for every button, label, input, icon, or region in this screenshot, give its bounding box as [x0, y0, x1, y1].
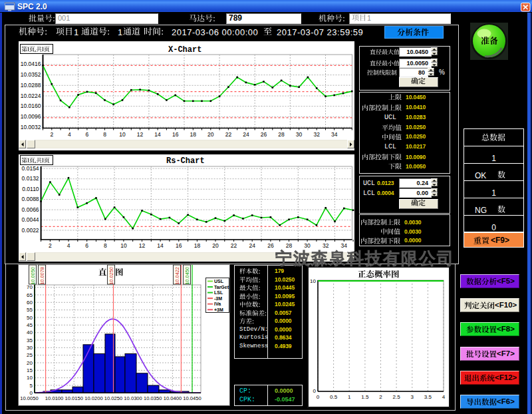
svg-text:0: 0	[313, 388, 317, 394]
svg-text:0: 0	[317, 394, 320, 400]
svg-text:1: 1	[348, 394, 351, 400]
svg-text:4: 4	[442, 394, 446, 400]
svg-text:3.5: 3.5	[424, 394, 432, 400]
svg-text:0.5: 0.5	[330, 394, 338, 400]
svg-text:1.5: 1.5	[361, 394, 369, 400]
svg-text:10: 10	[310, 278, 316, 284]
svg-text:2.5: 2.5	[393, 394, 401, 400]
svg-text:2: 2	[379, 394, 382, 400]
svg-text:3: 3	[411, 394, 414, 400]
